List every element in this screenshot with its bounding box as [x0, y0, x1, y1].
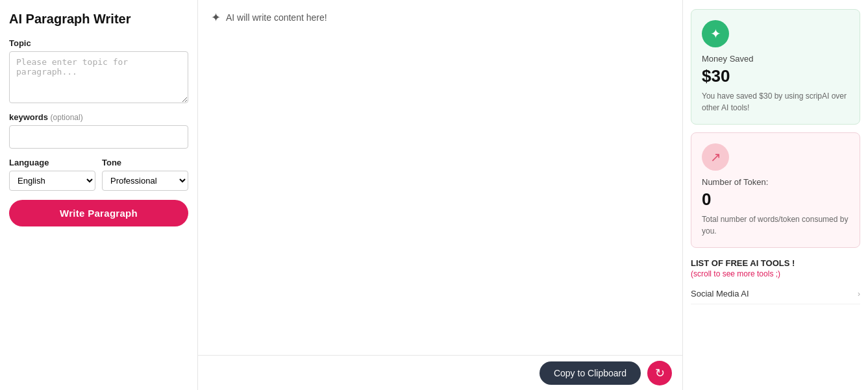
topic-input[interactable]: [9, 51, 188, 103]
money-saved-description: You have saved $30 by using scripAI over…: [702, 90, 849, 114]
keywords-label: keywords (optional): [9, 112, 188, 122]
free-tools-title: LIST OF FREE AI TOOLS !: [691, 258, 860, 268]
content-area[interactable]: ✦ AI will write content here!: [198, 0, 682, 355]
copy-to-clipboard-button[interactable]: Copy to Clipboard: [539, 361, 641, 385]
sparkle-icon: ✦: [211, 10, 221, 25]
right-panel: ✦ Money Saved $30 You have saved $30 by …: [683, 0, 868, 390]
app-title: AI Paragraph Writer: [9, 12, 188, 27]
refresh-icon: ↻: [655, 366, 665, 380]
write-paragraph-button[interactable]: Write Paragraph: [9, 200, 188, 226]
language-label: Language: [9, 158, 95, 167]
sparkle-icon-green: ✦: [710, 26, 721, 42]
main-layout: AI Paragraph Writer Topic keywords (opti…: [0, 0, 868, 390]
token-value: 0: [702, 189, 849, 210]
money-saved-card: ✦ Money Saved $30 You have saved $30 by …: [691, 9, 860, 125]
language-tone-row: Language English French Spanish German I…: [9, 158, 188, 191]
token-icon-wrap: ↗: [702, 143, 729, 171]
refresh-button[interactable]: ↻: [647, 361, 672, 385]
money-saved-title: Money Saved: [702, 54, 849, 64]
language-group: Language English French Spanish German I…: [9, 158, 95, 191]
keywords-input[interactable]: [9, 125, 188, 149]
language-select[interactable]: English French Spanish German Italian: [9, 171, 95, 191]
free-tools-section: LIST OF FREE AI TOOLS ! (scroll to see m…: [691, 258, 860, 304]
keywords-group: keywords (optional): [9, 112, 188, 149]
bottom-bar: Copy to Clipboard ↻: [198, 355, 682, 390]
ai-placeholder: ✦ AI will write content here!: [211, 10, 669, 25]
ai-placeholder-text: AI will write content here!: [226, 12, 327, 23]
free-tools-subtitle[interactable]: (scroll to see more tools ;): [691, 269, 860, 278]
token-card: ↗ Number of Token: 0 Total number of wor…: [691, 132, 860, 248]
list-item[interactable]: Social Media AI ›: [691, 284, 860, 304]
token-description: Total number of words/token consumed by …: [702, 213, 849, 237]
money-saved-value: $30: [702, 66, 849, 86]
token-title: Number of Token:: [702, 177, 849, 187]
left-panel: AI Paragraph Writer Topic keywords (opti…: [0, 0, 198, 390]
tool-label: Social Media AI: [691, 289, 749, 299]
center-panel: ✦ AI will write content here! Copy to Cl…: [198, 0, 683, 390]
tone-label: Tone: [102, 158, 188, 167]
tone-select[interactable]: Professional Casual Friendly Formal Humo…: [102, 171, 188, 191]
chevron-right-icon: ›: [858, 289, 860, 299]
topic-group: Topic: [9, 38, 188, 103]
money-saved-icon-wrap: ✦: [702, 20, 729, 47]
topic-label: Topic: [9, 38, 188, 48]
trending-up-icon: ↗: [710, 149, 721, 165]
tone-group: Tone Professional Casual Friendly Formal…: [102, 158, 188, 191]
